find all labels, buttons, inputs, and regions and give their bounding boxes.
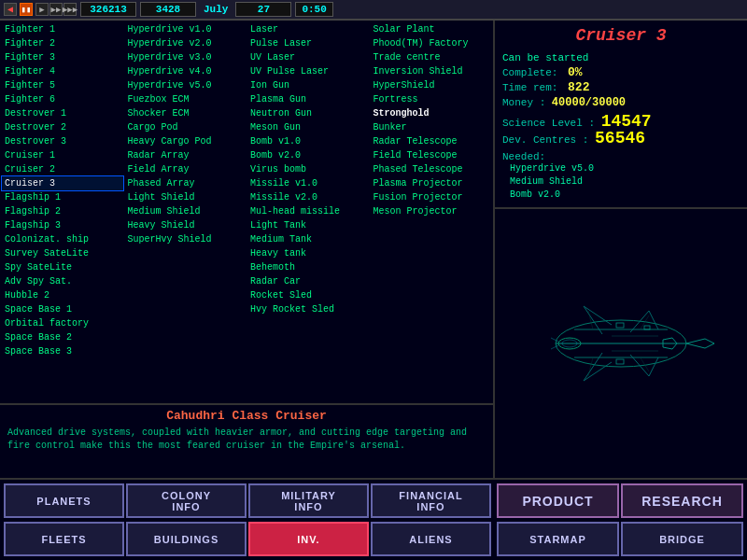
list-item[interactable]: Bomb v1.0 <box>247 134 369 148</box>
list-item[interactable]: Medium Shield <box>125 204 247 218</box>
list-item[interactable]: Hyperdrive v2.0 <box>125 36 247 50</box>
list-item[interactable]: Heavy Shield <box>125 218 247 232</box>
list-item[interactable]: Fighter 4 <box>2 64 123 78</box>
list-item[interactable]: Cruiser 3 <box>2 176 123 190</box>
starmap-btn[interactable]: STARMAP <box>497 522 619 556</box>
speed1-btn[interactable]: ▶ <box>35 3 49 16</box>
list-item[interactable]: Orbital factory <box>2 316 123 330</box>
list-item[interactable]: Light Shield <box>125 190 247 204</box>
planets-btn[interactable]: PLANETS <box>4 483 124 518</box>
list-item[interactable]: Fighter 5 <box>2 78 123 92</box>
pause-btn[interactable]: ▮▮ <box>20 3 33 16</box>
inv-btn[interactable]: INV. <box>248 522 369 556</box>
complete-value: 0% <box>568 65 583 79</box>
list-item[interactable]: Medium Tank <box>247 232 369 246</box>
day-display: 27 <box>235 2 291 17</box>
list-item[interactable]: Radar Array <box>125 148 247 162</box>
speed3-btn[interactable]: ▶▶▶ <box>63 3 77 16</box>
list-item[interactable]: Plasma Gun <box>247 92 369 106</box>
list-item[interactable]: Stronghold <box>371 106 492 120</box>
financial-info-btn[interactable]: FINANCIALINFO <box>371 483 491 518</box>
list-item[interactable]: Inversion Shield <box>371 64 492 78</box>
list-item[interactable]: Fighter 1 <box>2 22 123 36</box>
list-item[interactable]: Cruiser 2 <box>2 162 123 176</box>
list-item[interactable]: Neutron Gun <box>247 106 369 120</box>
list-item[interactable]: Colonizat. ship <box>2 232 123 246</box>
list-item[interactable]: Ion Gun <box>247 78 369 92</box>
list-item[interactable]: HyperShield <box>371 78 492 92</box>
list-item[interactable]: Spy SateLite <box>2 260 123 274</box>
svg-rect-11 <box>616 359 624 364</box>
prev-btn[interactable]: ◀ <box>4 3 17 16</box>
research-btn[interactable]: RESEARCH <box>621 483 743 518</box>
list-item[interactable]: Fighter 3 <box>2 50 123 64</box>
list-item[interactable]: Bunker <box>371 120 492 134</box>
list-item[interactable]: Space Base 1 <box>2 302 123 316</box>
list-item[interactable]: Shocker ECM <box>125 106 247 120</box>
col1: Fighter 1Fighter 2Fighter 3Fighter 4Figh… <box>2 22 123 401</box>
list-item[interactable]: Phased Array <box>125 176 247 190</box>
list-item[interactable]: Solar Plant <box>371 22 492 36</box>
fleets-btn[interactable]: FLEETS <box>4 522 124 556</box>
list-item[interactable]: UV Laser <box>247 50 369 64</box>
list-item[interactable]: Destrover 3 <box>2 134 123 148</box>
list-item[interactable]: Fortress <box>371 92 492 106</box>
list-item[interactable]: Survey SateLite <box>2 246 123 260</box>
list-item[interactable]: Hyperdrive v3.0 <box>125 50 247 64</box>
list-item[interactable]: Field Telescope <box>371 148 492 162</box>
list-item[interactable]: Light Tank <box>247 218 369 232</box>
list-item[interactable]: Missile v2.0 <box>247 190 369 204</box>
colony-info-btn[interactable]: COLONYINFO <box>126 483 247 518</box>
list-item[interactable]: Meson Projector <box>371 204 492 218</box>
svg-line-16 <box>640 357 649 371</box>
list-item[interactable]: Space Base 2 <box>2 330 123 344</box>
list-item[interactable]: Fusion Projector <box>371 190 492 204</box>
list-item[interactable]: Flagship 3 <box>2 218 123 232</box>
list-item[interactable]: Hubble 2 <box>2 288 123 302</box>
main-content: Fighter 1Fighter 2Fighter 3Fighter 4Figh… <box>0 21 747 478</box>
bridge-btn[interactable]: BRIDGE <box>621 522 743 556</box>
aliens-btn[interactable]: ALIENS <box>371 522 491 556</box>
list-item[interactable]: Field Array <box>125 162 247 176</box>
list-item[interactable]: Heavy Cargo Pod <box>125 134 247 148</box>
speed2-btn[interactable]: ▶▶ <box>49 3 63 16</box>
list-item[interactable]: Meson Gun <box>247 120 369 134</box>
list-item[interactable]: Radar Car <box>247 274 369 288</box>
list-item[interactable]: SuperHvy Shield <box>125 232 247 246</box>
list-item[interactable]: Cruiser 1 <box>2 148 123 162</box>
list-item[interactable]: Phased Telescope <box>371 162 492 176</box>
list-item[interactable]: Hyperdrive v4.0 <box>125 64 247 78</box>
list-item[interactable]: Plasma Projector <box>371 176 492 190</box>
list-item[interactable]: Flagship 2 <box>2 204 123 218</box>
list-item[interactable]: Fighter 2 <box>2 36 123 50</box>
list-item[interactable]: Space Base 3 <box>2 344 123 358</box>
list-item[interactable]: Radar Telescope <box>371 134 492 148</box>
list-item[interactable]: Behemoth <box>247 260 369 274</box>
time-display: 0:50 <box>295 2 332 17</box>
list-item[interactable]: Adv Spy Sat. <box>2 274 123 288</box>
list-item[interactable]: Destrover 1 <box>2 106 123 120</box>
list-item[interactable]: Missile v1.0 <box>247 176 369 190</box>
list-item[interactable]: Flagship 1 <box>2 190 123 204</box>
list-item[interactable]: Hyperdrive v1.0 <box>125 22 247 36</box>
list-item[interactable]: Hyperdrive v5.0 <box>125 78 247 92</box>
list-item[interactable]: Fighter 6 <box>2 92 123 106</box>
list-item[interactable]: Phood(TM) Factory <box>371 36 492 50</box>
military-info-btn[interactable]: MILITARYINFO <box>248 483 369 518</box>
list-item[interactable]: Destrover 2 <box>2 120 123 134</box>
list-item[interactable]: Heavy tank <box>247 246 369 260</box>
list-item[interactable]: Hvy Rocket Sled <box>247 302 369 316</box>
list-item[interactable]: Trade centre <box>371 50 492 64</box>
list-item[interactable]: Laser <box>247 22 369 36</box>
list-item[interactable]: Mul-head missile <box>247 204 369 218</box>
list-item[interactable]: UV Pulse Laser <box>247 64 369 78</box>
list-item[interactable]: Fuezbox ECM <box>125 92 247 106</box>
list-item[interactable]: Bomb v2.0 <box>247 148 369 162</box>
list-item[interactable]: Virus bomb <box>247 162 369 176</box>
list-item[interactable]: Rocket Sled <box>247 288 369 302</box>
product-btn[interactable]: PRODUCT <box>497 483 619 518</box>
buildings-btn[interactable]: BUILDINGS <box>126 522 247 556</box>
list-item[interactable]: Cargo Pod <box>125 120 247 134</box>
list-item[interactable]: Pulse Laser <box>247 36 369 50</box>
right-panel: Cruiser 3 Can be started Complete: 0% Ti… <box>495 21 747 478</box>
